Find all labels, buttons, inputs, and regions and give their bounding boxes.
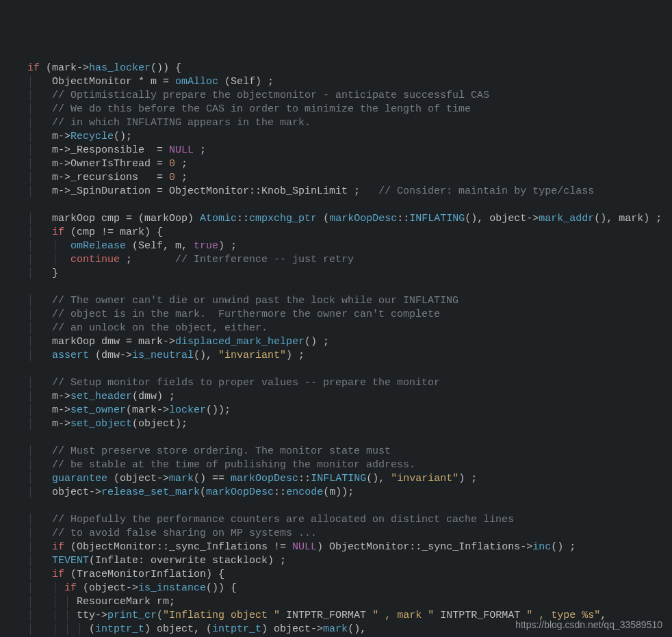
watermark-text: https://blog.csdn.net/qq_33589510 [515, 618, 662, 632]
code-block: if (mark->has_locker()) { │ ObjectMonito… [27, 62, 667, 637]
